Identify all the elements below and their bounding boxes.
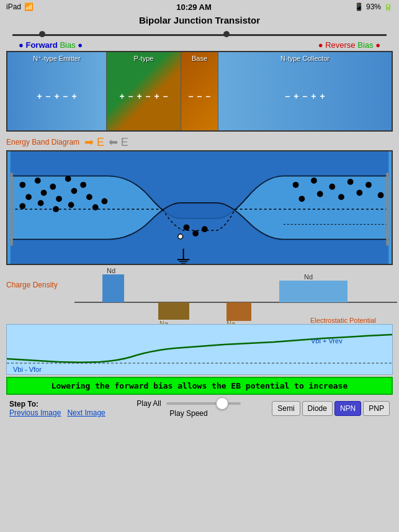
svg-point-21 — [178, 234, 183, 239]
svg-point-7 — [25, 194, 32, 200]
n-collector-charges: –+–++ — [218, 52, 392, 130]
energy-band-label: Energy Band Diagram — [6, 138, 79, 147]
mode-btn-diode[interactable]: Diode — [302, 401, 333, 416]
mode-btn-npn[interactable]: NPN — [334, 401, 361, 416]
bias-labels-row: ● Forward Bias ● ● Reverse Bias ● — [6, 40, 393, 50]
p-type-charges: +–+–+– — [107, 52, 181, 130]
status-right: 📱 93% 🔋 — [354, 2, 393, 11]
dot-connector-1 — [39, 31, 45, 37]
svg-rect-42 — [158, 302, 189, 320]
bluetooth-icon: 📱 — [354, 2, 364, 11]
page-title: Bipolar Junction Transistor — [0, 14, 399, 28]
svg-point-28 — [317, 191, 323, 197]
svg-point-29 — [338, 194, 344, 200]
prev-image-button[interactable]: Previous Image — [9, 408, 61, 417]
svg-point-16 — [92, 204, 99, 210]
svg-text:Electrostatic Potential: Electrostatic Potential — [310, 317, 376, 324]
svg-point-18 — [184, 224, 190, 230]
top-wiring — [6, 30, 393, 40]
charge-density-label: Charge Density — [6, 268, 68, 289]
svg-rect-33 — [11, 173, 13, 245]
svg-point-24 — [329, 184, 335, 190]
svg-text:Na: Na — [159, 320, 169, 324]
base-charges: ––– — [181, 52, 218, 130]
svg-point-14 — [53, 206, 59, 212]
controls-section: Step To: Previous Image Next Image Play … — [6, 397, 393, 419]
svg-point-20 — [202, 226, 208, 232]
mode-btn-pnp[interactable]: PNP — [363, 401, 390, 416]
transistor-diagram: N⁺-type Emitter +–+–+ P-type +–+–+– Base… — [6, 51, 393, 132]
status-time: 10:29 AM — [176, 2, 212, 12]
svg-point-25 — [347, 179, 354, 185]
play-section: Play All Play Speed — [137, 399, 240, 418]
svg-text:Vbi - Vfor: Vbi - Vfor — [13, 366, 42, 373]
svg-text:Vbi + Vrev: Vbi + Vrev — [311, 337, 343, 345]
energy-section: Energy Band Diagram ➡ E ⬅ E — [6, 134, 393, 265]
energy-band-diagram — [6, 150, 393, 265]
svg-text:Nd: Nd — [304, 273, 313, 281]
svg-point-12 — [19, 203, 25, 209]
svg-point-6 — [80, 182, 86, 188]
message-banner: Lowering the forward bias allows the EB … — [6, 377, 393, 395]
n-emitter-charges: +–+–+ — [7, 52, 106, 130]
svg-point-15 — [68, 202, 74, 208]
svg-rect-46 — [279, 281, 347, 302]
status-left: iPad 📶 — [6, 2, 34, 11]
svg-point-22 — [293, 182, 299, 188]
step-label: Step To: — [9, 400, 105, 408]
svg-rect-40 — [102, 274, 124, 302]
play-speed-slider[interactable] — [166, 402, 241, 405]
arrow-right-orange: ➡ E — [84, 135, 104, 149]
energy-label-row: Energy Band Diagram ➡ E ⬅ E — [6, 134, 393, 150]
region-p-type: P-type +–+–+– — [107, 52, 181, 130]
arrow-left-gray: ⬅ E — [109, 135, 128, 149]
svg-rect-49 — [7, 325, 393, 375]
svg-point-2 — [19, 182, 25, 188]
play-row: Play All — [137, 399, 240, 408]
svg-text:Na: Na — [226, 320, 236, 324]
energy-band-svg — [7, 151, 392, 264]
svg-rect-34 — [386, 173, 388, 245]
battery-icon: 🔋 — [383, 2, 393, 11]
region-n-emitter: N⁺-type Emitter +–+–+ — [7, 52, 107, 130]
svg-point-3 — [35, 178, 41, 184]
nav-buttons[interactable]: Previous Image Next Image — [9, 408, 105, 417]
svg-point-11 — [86, 194, 92, 200]
charge-density-row: Charge Density Nd Na Na — [6, 268, 393, 324]
play-all-label: Play All — [137, 399, 161, 408]
charge-density-svg: Nd Na Na Nd Electrostatic Potential — [74, 268, 397, 324]
svg-point-8 — [41, 190, 47, 196]
svg-point-9 — [56, 196, 62, 202]
svg-point-23 — [311, 178, 317, 184]
svg-point-10 — [71, 188, 78, 194]
status-bar: iPad 📶 10:29 AM 📱 93% 🔋 — [0, 0, 399, 14]
svg-point-30 — [356, 190, 362, 196]
mode-btn-semi[interactable]: Semi — [272, 401, 300, 416]
battery-label: 93% — [366, 2, 381, 11]
nav-section: Step To: Previous Image Next Image — [9, 400, 105, 417]
ipad-label: iPad — [6, 2, 21, 11]
lower-diagrams: Charge Density Nd Na Na — [6, 266, 393, 375]
play-speed-label: Play Speed — [169, 409, 207, 418]
svg-point-4 — [50, 184, 56, 190]
forward-bias-label: ● Forward Bias ● — [19, 40, 83, 50]
transistor-section: N⁺-type Emitter +–+–+ P-type +–+–+– Base… — [6, 51, 393, 132]
svg-rect-44 — [226, 302, 251, 321]
region-base: Base ––– — [181, 52, 218, 130]
svg-point-5 — [65, 176, 71, 182]
svg-point-17 — [101, 198, 107, 204]
dot-connector-2 — [223, 31, 230, 37]
svg-point-13 — [38, 200, 44, 206]
mode-buttons: SemiDiodeNPNPNP — [272, 401, 390, 416]
svg-point-27 — [298, 196, 305, 202]
reverse-bias-label: ● Reverse Bias ● — [318, 40, 380, 50]
next-image-button[interactable]: Next Image — [67, 408, 105, 417]
svg-text:Nd: Nd — [107, 268, 115, 274]
electrostatic-diagram: Vbi - Vfor Vbi + Vrev — [6, 324, 393, 375]
svg-point-19 — [192, 230, 199, 237]
electrostatic-svg: Vbi - Vfor Vbi + Vrev — [7, 325, 393, 375]
wifi-icon: 📶 — [24, 2, 34, 11]
charge-density-diagram: Nd Na Na Nd Electrostatic Potential — [74, 268, 397, 324]
region-n-collector: N-type Collector –+–++ — [218, 52, 392, 130]
svg-point-26 — [365, 182, 372, 188]
